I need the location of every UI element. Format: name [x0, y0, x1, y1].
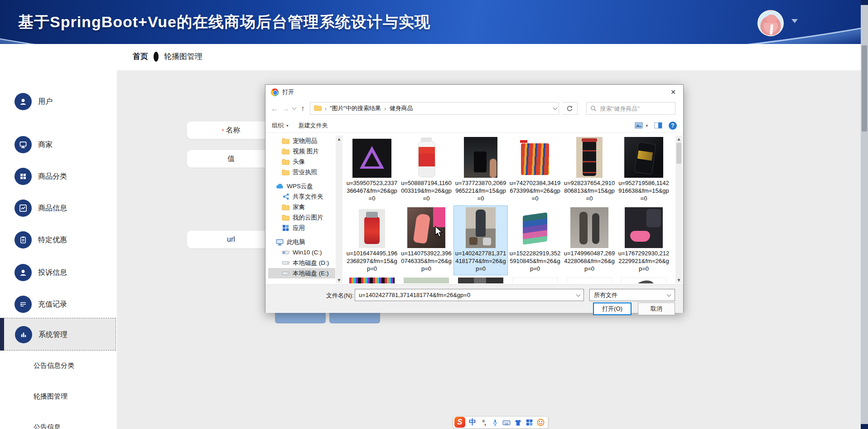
sidebar-subitem[interactable]: 轮播图管理: [34, 390, 117, 403]
form-field-value[interactable]: 值: [187, 150, 275, 168]
chevron-down-icon: ▾: [646, 123, 648, 128]
file-item-selected[interactable]: u=1402427781,3714181774&fm=26&gp=0: [454, 206, 507, 275]
filename-dropdown-icon[interactable]: [576, 292, 581, 297]
up-icon[interactable]: ↑: [301, 105, 305, 112]
preview-pane-icon[interactable]: [654, 122, 662, 129]
microphone-icon[interactable]: [491, 418, 499, 428]
file-item-partial[interactable]: [400, 276, 453, 283]
file-item-partial[interactable]: [454, 276, 507, 283]
file-item-partial[interactable]: [617, 276, 670, 283]
file-list-scrollbar[interactable]: ▲ ▼: [675, 136, 682, 283]
open-button[interactable]: 打开(O): [593, 302, 632, 315]
refresh-button[interactable]: [562, 102, 578, 115]
file-name: u=508887194,1160003319&fm=26&gp=0: [400, 179, 452, 202]
emoji-icon[interactable]: [537, 418, 545, 428]
search-input[interactable]: [600, 105, 664, 112]
sidebar-item-label: 系统管理: [39, 330, 68, 340]
file-item[interactable]: u=508887194,1160003319&fm=26&gp=0: [400, 136, 453, 205]
file-item[interactable]: u=359507523,2337366467&fm=26&gp=0: [345, 136, 399, 205]
user-avatar[interactable]: [757, 10, 784, 36]
sidebar-item[interactable]: 商品信息: [0, 198, 117, 219]
scrollbar-thumb[interactable]: [862, 45, 867, 132]
tree-item[interactable]: 应用: [268, 223, 335, 233]
search-icon: [590, 105, 597, 112]
sidebar-item-partial[interactable]: 用户: [0, 91, 117, 112]
path-segment-folder[interactable]: 健身商品: [389, 104, 413, 112]
tree-item[interactable]: 头像: [268, 156, 335, 167]
sidebar-item-selected[interactable]: 系统管理: [0, 318, 116, 351]
sidebar-item[interactable]: 充值记录: [0, 294, 117, 315]
scroll-down-icon[interactable]: ▼: [337, 277, 342, 283]
sidebar-subitem[interactable]: 公告信息: [34, 420, 117, 429]
tree-item[interactable]: 本地磁盘 (D:): [268, 258, 335, 268]
tree-item[interactable]: Win10 (C:): [268, 247, 335, 258]
file-item[interactable]: u=1016474495,1962368297&fm=15&gp=0: [345, 206, 399, 275]
address-dropdown-icon[interactable]: [553, 106, 557, 110]
scroll-down-icon[interactable]: ▼: [677, 277, 681, 283]
sidebar-item[interactable]: 商品分类: [0, 166, 117, 187]
keyboard-icon[interactable]: [502, 418, 511, 428]
page-scrollbar[interactable]: [861, 0, 868, 429]
path-segment-search-results[interactable]: "图片"中的搜索结果: [330, 104, 381, 112]
file-item[interactable]: u=952719586,1142916638&fm=15&gp=0: [617, 136, 670, 205]
address-bar[interactable]: › "图片"中的搜索结果 › 健身商品: [310, 102, 559, 115]
file-item[interactable]: u=1749960487,2694228068&fm=26&gp=0: [563, 206, 616, 275]
form-field-name[interactable]: * 名称: [187, 121, 275, 139]
avatar-caret-icon[interactable]: [791, 19, 798, 23]
forward-icon[interactable]: →: [282, 105, 289, 112]
form-field-url[interactable]: url: [187, 230, 275, 249]
dialog-footer: 文件名(N): 所有文件 打开(O) 取消: [265, 284, 683, 313]
dialog-titlebar[interactable]: 打开: [265, 85, 683, 99]
tree-item[interactable]: 宠物用品: [268, 136, 335, 146]
file-item[interactable]: u=1140753922,3960746335&fm=26&gp=0: [400, 206, 453, 275]
share-icon: [282, 193, 289, 200]
history-chevron-icon[interactable]: [292, 106, 297, 110]
close-icon[interactable]: ×: [667, 86, 680, 98]
view-mode-button[interactable]: ▾: [635, 122, 648, 129]
sidebar-item[interactable]: 投诉信息: [0, 262, 117, 283]
filename-input[interactable]: [355, 292, 577, 298]
toolbox-icon[interactable]: [526, 418, 534, 428]
file-item[interactable]: u=742702384,3419673399&fm=26&gp=0: [508, 136, 562, 205]
back-icon[interactable]: ←: [271, 105, 279, 112]
tree-item[interactable]: 本地磁盘 (E:): [268, 268, 335, 278]
chinese-mode-icon[interactable]: 中: [468, 418, 477, 428]
file-item[interactable]: u=1522282919,3525910845&fm=26&gp=0: [508, 206, 562, 275]
file-item[interactable]: u=1767292930,2122229921&fm=26&gp=0: [617, 206, 670, 275]
file-item-partial[interactable]: [563, 276, 616, 283]
file-item[interactable]: u=737723870,2069965221&fm=15&gp=0: [454, 136, 507, 205]
file-item-partial[interactable]: [345, 276, 399, 283]
tree-item[interactable]: 此电脑: [268, 237, 335, 247]
tree-item[interactable]: 共享文件夹: [268, 191, 335, 202]
scroll-up-icon[interactable]: ▲: [677, 136, 681, 142]
app-title: 基于SpringBoot+Vue的在线商场后台管理系统设计与实现: [18, 12, 430, 33]
tree-item[interactable]: 营业执照: [268, 167, 335, 177]
breadcrumb-home[interactable]: 首页: [133, 51, 148, 62]
file-item-partial[interactable]: [508, 276, 562, 283]
help-icon[interactable]: ?: [669, 122, 677, 130]
skin-icon[interactable]: [514, 418, 522, 428]
cancel-button[interactable]: 取消: [638, 302, 675, 315]
tree-scrollbar[interactable]: ▲ ▼: [336, 136, 342, 283]
new-folder-button[interactable]: 新建文件夹: [299, 122, 328, 130]
file-thumbnail: [400, 136, 453, 179]
sidebar-subitem[interactable]: 公告信息分类: [34, 359, 117, 372]
search-box[interactable]: [586, 102, 675, 115]
tree-item[interactable]: 视频 图片: [268, 146, 335, 156]
tree-item[interactable]: WPS云盘: [268, 181, 335, 191]
filetype-select[interactable]: 所有文件: [589, 289, 675, 301]
scroll-up-icon[interactable]: ▲: [337, 136, 342, 142]
sogou-logo-icon[interactable]: S: [454, 418, 465, 428]
file-thumbnail: [454, 276, 507, 283]
sidebar-item[interactable]: 特定优惠: [0, 229, 117, 250]
tree-item[interactable]: 家禽: [268, 202, 335, 212]
file-item[interactable]: u=928237654,2910806813&fm=15&gp=0: [563, 136, 616, 205]
file-thumbnail: [563, 136, 616, 179]
organize-button[interactable]: 组织 ▾: [272, 122, 289, 130]
tree-item[interactable]: 我的云图片: [268, 212, 335, 223]
sidebar-item[interactable]: 商家: [0, 134, 117, 155]
monitor-icon: [14, 136, 32, 153]
tree-item-label: 宠物用品: [293, 137, 317, 145]
punctuation-icon[interactable]: °,: [480, 418, 488, 428]
scrollbar-thumb[interactable]: [676, 143, 681, 164]
